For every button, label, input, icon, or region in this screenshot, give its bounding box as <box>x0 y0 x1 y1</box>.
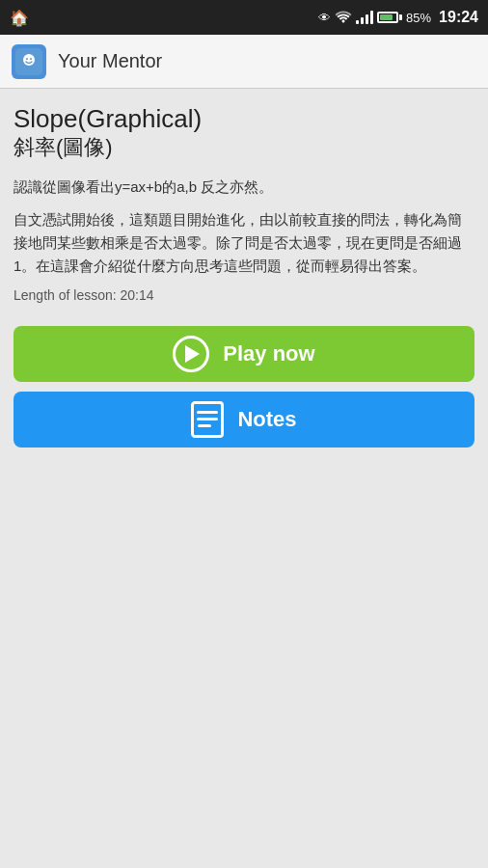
lesson-title-english: Slope(Graphical) <box>14 104 474 134</box>
app-bar: Your Mentor <box>0 35 488 89</box>
wifi-icon <box>335 10 352 26</box>
lesson-description-2: 自文憑試開始後，這類題目開始進化，由以前較直接的問法，轉化為簡接地問某些數相乘是… <box>14 208 474 278</box>
signal-strength-icon <box>356 11 373 24</box>
svg-point-3 <box>30 58 32 60</box>
lesson-length: Length of lesson: 20:14 <box>14 287 474 303</box>
battery-icon <box>377 12 402 23</box>
battery-percentage: 85% <box>406 11 431 25</box>
notes-icon <box>191 401 224 438</box>
notes-label: Notes <box>237 407 296 432</box>
status-icons: 👁 85% 19:24 <box>318 9 478 26</box>
play-now-button[interactable]: Play now <box>14 326 474 382</box>
app-icon <box>12 44 46 79</box>
play-triangle <box>185 345 200 363</box>
status-bar: 🏠 👁 85% <box>0 0 488 35</box>
notes-button[interactable]: Notes <box>14 392 474 448</box>
svg-point-2 <box>26 58 28 60</box>
status-time: 19:24 <box>439 9 478 26</box>
content-area: Slope(Graphical) 斜率(圖像) 認識從圖像看出y=ax+b的a,… <box>0 89 488 463</box>
play-icon <box>173 336 209 372</box>
lesson-title-chinese: 斜率(圖像) <box>14 134 474 162</box>
play-now-label: Play now <box>223 341 314 366</box>
app-title: Your Mentor <box>58 50 162 72</box>
lesson-description-1: 認識從圖像看出y=ax+b的a,b 反之亦然。 <box>14 176 474 199</box>
home-icon: 🏠 <box>10 9 29 27</box>
status-bar-left: 🏠 <box>10 9 29 27</box>
notes-line-1 <box>197 411 218 414</box>
notes-line-3 <box>198 424 211 427</box>
notes-line-2 <box>197 418 218 420</box>
notification-icon: 👁 <box>318 11 331 25</box>
